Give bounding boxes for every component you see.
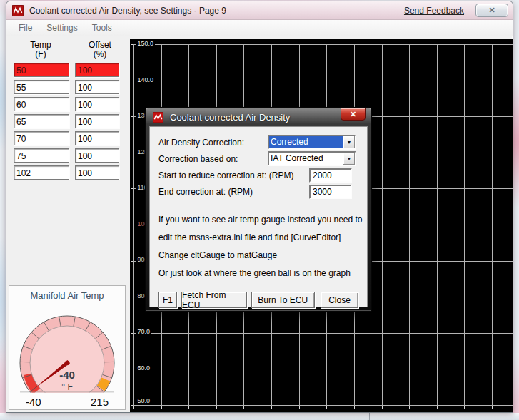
x-tick-label: -20.0 — [157, 408, 166, 413]
temp-cell[interactable] — [14, 167, 69, 180]
burn-to-ecu-button[interactable]: Burn To ECU — [251, 292, 316, 308]
gauge-max-label: 215 — [91, 396, 109, 408]
x-tick-label: 220.0 — [488, 408, 496, 413]
air-density-correction-select[interactable]: Corrected ▼ — [268, 135, 356, 150]
menu-settings[interactable]: Settings — [40, 21, 84, 34]
table-row — [14, 97, 130, 111]
dialog-button-row: F1 Fetch From ECU Burn To ECU Close — [158, 292, 358, 308]
x-tick-label: 40.0 — [239, 408, 248, 413]
start-rpm-input[interactable] — [311, 170, 351, 181]
offset-cell[interactable] — [76, 133, 119, 145]
window-close-button[interactable]: ✕ — [475, 4, 508, 17]
correction-based-on-select[interactable]: IAT Corrected ▼ — [268, 151, 356, 166]
settings-dialog: Coolant corrected Air Density ✕ Air Dens… — [145, 107, 372, 312]
dialog-title: Coolant corrected Air Density — [170, 112, 290, 123]
x-tick-label: 200.0 — [460, 408, 468, 413]
table-row — [14, 80, 130, 94]
dialog-close-button[interactable]: ✕ — [341, 108, 366, 121]
dialog-info-text: If you want to see air temp gauge instea… — [158, 211, 358, 282]
x-tick-label: 180.0 — [433, 408, 441, 413]
temp-column-header: Temp(F) — [6, 41, 75, 59]
y-tick-label: 150.0 — [136, 40, 156, 48]
background-divider — [369, 413, 370, 420]
temp-cell[interactable] — [14, 64, 69, 77]
offset-cell[interactable] — [76, 64, 119, 77]
dialog-icon — [153, 112, 163, 123]
offset-cell[interactable] — [76, 167, 119, 180]
table-row — [14, 131, 130, 145]
close-icon: ✕ — [488, 6, 495, 15]
y-tick-label: 50.0 — [136, 397, 152, 405]
temp-cell[interactable] — [14, 133, 69, 145]
end-rpm-input[interactable] — [311, 186, 351, 198]
app-icon — [12, 5, 24, 16]
offset-cell[interactable] — [76, 81, 119, 94]
temp-cell[interactable] — [14, 116, 69, 128]
x-tick-label: 0.0 — [184, 408, 193, 413]
correction-based-on-label: Correction based on: — [158, 154, 268, 164]
gauge-min-label: -40 — [26, 396, 41, 408]
fetch-from-ecu-button[interactable]: Fetch From ECU — [181, 292, 246, 308]
info-line: edit the msns-extra.ini file and find [C… — [158, 229, 358, 247]
temp-cell[interactable] — [14, 81, 69, 94]
title-bar: Coolant corrected Air Density, see Setti… — [6, 1, 513, 20]
background-window-edge — [0, 413, 519, 420]
info-line: Or just look at where the green ball is … — [158, 265, 358, 282]
x-tick-label: 20.0 — [212, 408, 221, 413]
y-tick-label: 140.0 — [136, 76, 156, 84]
gauge-warn-high-zone — [101, 379, 106, 388]
x-tick-label: -40.0 — [129, 408, 138, 413]
curve-table-panel: Temp(F) Offset(%) — [6, 36, 130, 413]
gauge-unit: ° F — [61, 382, 72, 392]
x-tick-label: 80.0 — [295, 408, 303, 413]
table-row — [14, 114, 130, 128]
dialog-body: Air Density Correction: Corrected ▼ Corr… — [149, 126, 368, 307]
offset-cell[interactable] — [76, 116, 119, 128]
gauge-panel: Manifold Air Temp -40 ° F — [9, 285, 126, 410]
menu-bar: File Settings Tools — [6, 20, 513, 36]
gauge-title: Manifold Air Temp — [9, 290, 125, 301]
dialog-title-bar: Coolant corrected Air Density — [146, 108, 371, 126]
end-correction-label: End correction at: (RPM) — [158, 187, 309, 197]
offset-cell[interactable] — [76, 150, 119, 163]
f1-help-button[interactable]: F1 — [158, 292, 177, 308]
offset-cell[interactable] — [76, 98, 119, 111]
menu-tools[interactable]: Tools — [86, 21, 119, 34]
temp-cell[interactable] — [14, 150, 69, 163]
x-tick-label: 100.0 — [322, 408, 331, 413]
temp-cell[interactable] — [14, 98, 69, 111]
x-tick-label: 140.0 — [378, 408, 386, 413]
close-icon: ✕ — [350, 110, 356, 118]
table-header-row: Temp(F) Offset(%) — [6, 41, 130, 59]
send-feedback-link[interactable]: Send Feedback — [404, 6, 464, 16]
table-row — [14, 165, 130, 180]
background-divider — [193, 413, 193, 420]
gauge-value: -40 — [59, 369, 75, 381]
info-line: Change cltGauge to matGauge — [158, 247, 358, 265]
start-reduce-correction-label: Start to reduce correction at: (RPM) — [158, 170, 309, 180]
air-density-correction-label: Air Density Correction: — [158, 138, 268, 148]
table-row — [14, 148, 130, 163]
manifold-air-temp-gauge: -40 ° F -40 215 — [10, 302, 124, 409]
x-tick-label: 120.0 — [350, 408, 358, 413]
chevron-down-icon[interactable]: ▼ — [343, 153, 355, 165]
menu-file[interactable]: File — [12, 21, 39, 34]
window-title: Coolant corrected Air Density, see Setti… — [29, 6, 226, 16]
offset-column-header: Offset(%) — [75, 41, 125, 59]
x-tick-label: 60.0 — [267, 408, 276, 413]
y-tick-label: 70.0 — [136, 328, 152, 336]
close-button[interactable]: Close — [321, 292, 358, 308]
background-divider — [488, 413, 488, 420]
y-axis-ticks — [131, 44, 133, 406]
chevron-down-icon[interactable]: ▼ — [343, 136, 355, 148]
table-row — [14, 63, 130, 77]
y-tick-label: 60.0 — [136, 364, 152, 372]
info-line: If you want to see air temp gauge instea… — [158, 211, 358, 229]
x-tick-label: 160.0 — [405, 408, 413, 413]
